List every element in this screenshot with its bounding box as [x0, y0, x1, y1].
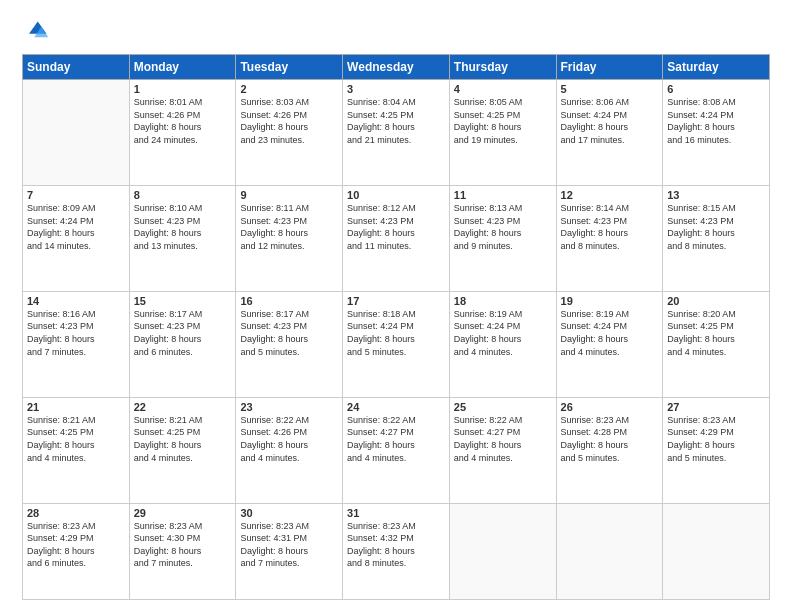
calendar-cell: 3Sunrise: 8:04 AM Sunset: 4:25 PM Daylig… — [343, 80, 450, 186]
day-info: Sunrise: 8:16 AM Sunset: 4:23 PM Dayligh… — [27, 308, 125, 358]
day-number: 26 — [561, 401, 659, 413]
day-info: Sunrise: 8:12 AM Sunset: 4:23 PM Dayligh… — [347, 202, 445, 252]
calendar-week-2: 7Sunrise: 8:09 AM Sunset: 4:24 PM Daylig… — [23, 185, 770, 291]
calendar-cell: 18Sunrise: 8:19 AM Sunset: 4:24 PM Dayli… — [449, 291, 556, 397]
calendar-cell: 25Sunrise: 8:22 AM Sunset: 4:27 PM Dayli… — [449, 397, 556, 503]
day-number: 11 — [454, 189, 552, 201]
logo-icon — [22, 18, 50, 46]
calendar-cell — [663, 503, 770, 599]
day-number: 1 — [134, 83, 232, 95]
day-info: Sunrise: 8:10 AM Sunset: 4:23 PM Dayligh… — [134, 202, 232, 252]
calendar-cell: 21Sunrise: 8:21 AM Sunset: 4:25 PM Dayli… — [23, 397, 130, 503]
calendar-cell: 26Sunrise: 8:23 AM Sunset: 4:28 PM Dayli… — [556, 397, 663, 503]
day-number: 8 — [134, 189, 232, 201]
calendar-cell: 10Sunrise: 8:12 AM Sunset: 4:23 PM Dayli… — [343, 185, 450, 291]
day-info: Sunrise: 8:18 AM Sunset: 4:24 PM Dayligh… — [347, 308, 445, 358]
day-number: 25 — [454, 401, 552, 413]
day-number: 9 — [240, 189, 338, 201]
calendar-cell: 4Sunrise: 8:05 AM Sunset: 4:25 PM Daylig… — [449, 80, 556, 186]
day-number: 7 — [27, 189, 125, 201]
day-info: Sunrise: 8:11 AM Sunset: 4:23 PM Dayligh… — [240, 202, 338, 252]
day-info: Sunrise: 8:23 AM Sunset: 4:31 PM Dayligh… — [240, 520, 338, 570]
day-info: Sunrise: 8:13 AM Sunset: 4:23 PM Dayligh… — [454, 202, 552, 252]
header — [22, 18, 770, 46]
calendar-week-3: 14Sunrise: 8:16 AM Sunset: 4:23 PM Dayli… — [23, 291, 770, 397]
day-info: Sunrise: 8:14 AM Sunset: 4:23 PM Dayligh… — [561, 202, 659, 252]
day-number: 10 — [347, 189, 445, 201]
page: SundayMondayTuesdayWednesdayThursdayFrid… — [0, 0, 792, 612]
calendar-cell: 13Sunrise: 8:15 AM Sunset: 4:23 PM Dayli… — [663, 185, 770, 291]
day-header-wednesday: Wednesday — [343, 55, 450, 80]
calendar-cell: 29Sunrise: 8:23 AM Sunset: 4:30 PM Dayli… — [129, 503, 236, 599]
day-number: 14 — [27, 295, 125, 307]
calendar-header-row: SundayMondayTuesdayWednesdayThursdayFrid… — [23, 55, 770, 80]
day-number: 12 — [561, 189, 659, 201]
day-number: 18 — [454, 295, 552, 307]
day-info: Sunrise: 8:23 AM Sunset: 4:29 PM Dayligh… — [667, 414, 765, 464]
day-info: Sunrise: 8:23 AM Sunset: 4:29 PM Dayligh… — [27, 520, 125, 570]
day-number: 29 — [134, 507, 232, 519]
day-number: 28 — [27, 507, 125, 519]
day-number: 17 — [347, 295, 445, 307]
day-number: 13 — [667, 189, 765, 201]
calendar-cell: 6Sunrise: 8:08 AM Sunset: 4:24 PM Daylig… — [663, 80, 770, 186]
day-info: Sunrise: 8:01 AM Sunset: 4:26 PM Dayligh… — [134, 96, 232, 146]
calendar-cell: 16Sunrise: 8:17 AM Sunset: 4:23 PM Dayli… — [236, 291, 343, 397]
day-info: Sunrise: 8:06 AM Sunset: 4:24 PM Dayligh… — [561, 96, 659, 146]
day-number: 5 — [561, 83, 659, 95]
day-number: 19 — [561, 295, 659, 307]
day-header-sunday: Sunday — [23, 55, 130, 80]
day-info: Sunrise: 8:09 AM Sunset: 4:24 PM Dayligh… — [27, 202, 125, 252]
day-info: Sunrise: 8:19 AM Sunset: 4:24 PM Dayligh… — [454, 308, 552, 358]
day-number: 22 — [134, 401, 232, 413]
calendar-week-5: 28Sunrise: 8:23 AM Sunset: 4:29 PM Dayli… — [23, 503, 770, 599]
calendar-cell: 1Sunrise: 8:01 AM Sunset: 4:26 PM Daylig… — [129, 80, 236, 186]
day-info: Sunrise: 8:17 AM Sunset: 4:23 PM Dayligh… — [240, 308, 338, 358]
day-number: 31 — [347, 507, 445, 519]
day-info: Sunrise: 8:22 AM Sunset: 4:26 PM Dayligh… — [240, 414, 338, 464]
day-info: Sunrise: 8:03 AM Sunset: 4:26 PM Dayligh… — [240, 96, 338, 146]
calendar-cell: 30Sunrise: 8:23 AM Sunset: 4:31 PM Dayli… — [236, 503, 343, 599]
day-number: 23 — [240, 401, 338, 413]
day-number: 21 — [27, 401, 125, 413]
day-info: Sunrise: 8:04 AM Sunset: 4:25 PM Dayligh… — [347, 96, 445, 146]
calendar-cell: 24Sunrise: 8:22 AM Sunset: 4:27 PM Dayli… — [343, 397, 450, 503]
calendar-cell: 15Sunrise: 8:17 AM Sunset: 4:23 PM Dayli… — [129, 291, 236, 397]
day-info: Sunrise: 8:19 AM Sunset: 4:24 PM Dayligh… — [561, 308, 659, 358]
day-info: Sunrise: 8:20 AM Sunset: 4:25 PM Dayligh… — [667, 308, 765, 358]
calendar-cell: 23Sunrise: 8:22 AM Sunset: 4:26 PM Dayli… — [236, 397, 343, 503]
calendar-cell: 5Sunrise: 8:06 AM Sunset: 4:24 PM Daylig… — [556, 80, 663, 186]
calendar-cell: 14Sunrise: 8:16 AM Sunset: 4:23 PM Dayli… — [23, 291, 130, 397]
day-number: 3 — [347, 83, 445, 95]
day-number: 20 — [667, 295, 765, 307]
day-number: 24 — [347, 401, 445, 413]
day-number: 6 — [667, 83, 765, 95]
day-info: Sunrise: 8:23 AM Sunset: 4:30 PM Dayligh… — [134, 520, 232, 570]
day-number: 30 — [240, 507, 338, 519]
day-info: Sunrise: 8:21 AM Sunset: 4:25 PM Dayligh… — [27, 414, 125, 464]
day-header-friday: Friday — [556, 55, 663, 80]
day-info: Sunrise: 8:22 AM Sunset: 4:27 PM Dayligh… — [454, 414, 552, 464]
day-info: Sunrise: 8:17 AM Sunset: 4:23 PM Dayligh… — [134, 308, 232, 358]
day-number: 27 — [667, 401, 765, 413]
calendar-cell: 8Sunrise: 8:10 AM Sunset: 4:23 PM Daylig… — [129, 185, 236, 291]
day-number: 16 — [240, 295, 338, 307]
calendar-cell: 9Sunrise: 8:11 AM Sunset: 4:23 PM Daylig… — [236, 185, 343, 291]
calendar-cell — [449, 503, 556, 599]
calendar-cell: 31Sunrise: 8:23 AM Sunset: 4:32 PM Dayli… — [343, 503, 450, 599]
day-info: Sunrise: 8:21 AM Sunset: 4:25 PM Dayligh… — [134, 414, 232, 464]
day-number: 4 — [454, 83, 552, 95]
day-info: Sunrise: 8:23 AM Sunset: 4:28 PM Dayligh… — [561, 414, 659, 464]
calendar-cell: 22Sunrise: 8:21 AM Sunset: 4:25 PM Dayli… — [129, 397, 236, 503]
day-info: Sunrise: 8:22 AM Sunset: 4:27 PM Dayligh… — [347, 414, 445, 464]
day-header-tuesday: Tuesday — [236, 55, 343, 80]
logo — [22, 18, 52, 46]
calendar-cell: 11Sunrise: 8:13 AM Sunset: 4:23 PM Dayli… — [449, 185, 556, 291]
calendar-week-4: 21Sunrise: 8:21 AM Sunset: 4:25 PM Dayli… — [23, 397, 770, 503]
calendar-cell — [23, 80, 130, 186]
calendar-cell: 19Sunrise: 8:19 AM Sunset: 4:24 PM Dayli… — [556, 291, 663, 397]
day-info: Sunrise: 8:15 AM Sunset: 4:23 PM Dayligh… — [667, 202, 765, 252]
day-header-saturday: Saturday — [663, 55, 770, 80]
calendar-cell: 20Sunrise: 8:20 AM Sunset: 4:25 PM Dayli… — [663, 291, 770, 397]
day-header-monday: Monday — [129, 55, 236, 80]
